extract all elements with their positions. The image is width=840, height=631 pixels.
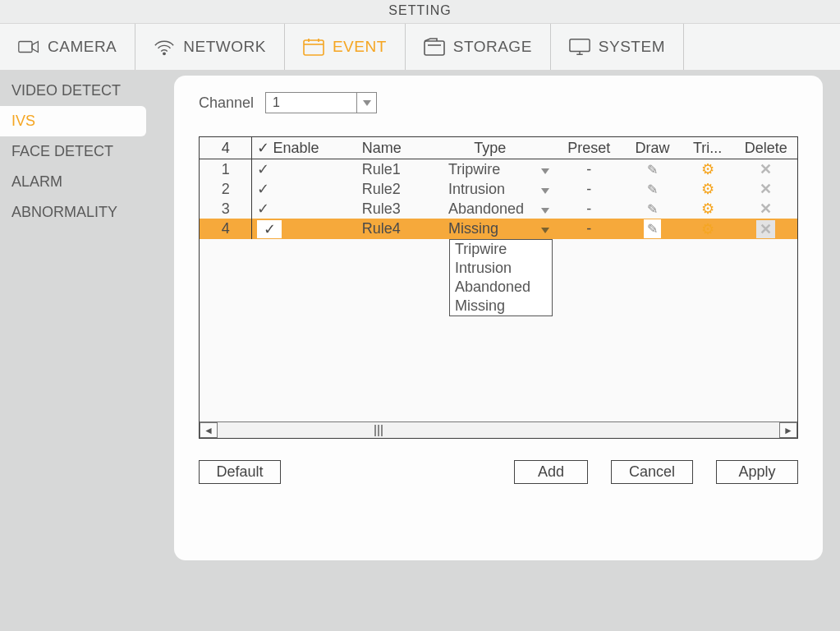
tab-camera[interactable]: CAMERA xyxy=(0,24,135,70)
tab-storage-label: STORAGE xyxy=(453,38,532,56)
check-icon: ✓ xyxy=(264,220,275,238)
row-enable[interactable]: ✓ xyxy=(252,159,357,180)
row-delete[interactable]: ✕ xyxy=(735,199,797,219)
row-preset: - xyxy=(553,159,625,180)
chevron-down-icon xyxy=(541,188,549,194)
chevron-down-icon xyxy=(541,228,549,233)
tab-network-label: NETWORK xyxy=(183,38,266,56)
tab-system[interactable]: SYSTEM xyxy=(551,24,684,70)
tab-camera-label: CAMERA xyxy=(48,38,117,56)
cancel-button[interactable]: Cancel xyxy=(611,460,693,484)
row-type-dropdown[interactable] xyxy=(536,199,553,219)
gear-icon: ⚙ xyxy=(701,221,714,237)
sidebar-item-alarm[interactable]: ALARM xyxy=(0,167,154,197)
row-draw[interactable]: ✎ xyxy=(625,199,681,219)
table-row[interactable]: 2 ✓ Rule2 Intrusion - ✎ ⚙ ✕ xyxy=(200,179,797,199)
row-trigger[interactable]: ⚙ xyxy=(681,159,735,180)
row-enable[interactable]: ✓ xyxy=(252,199,357,219)
close-icon: ✕ xyxy=(760,221,772,237)
scroll-right-button[interactable]: ► xyxy=(779,422,797,438)
rules-table: 4 ✓ Enable Name Type Preset Draw Tri... … xyxy=(200,137,797,239)
top-tabs: CAMERA NETWORK EVENT STORAGE SYSTEM xyxy=(0,23,840,71)
row-enable[interactable]: ✓ xyxy=(252,179,357,199)
channel-label: Channel xyxy=(199,94,254,112)
pencil-icon: ✎ xyxy=(647,163,658,177)
row-preset: - xyxy=(553,179,625,199)
row-index: 2 xyxy=(200,179,252,199)
sidebar-item-ivs[interactable]: IVS xyxy=(0,106,146,136)
table-row[interactable]: 3 ✓ Rule3 Abandoned - ✎ ⚙ ✕ xyxy=(200,199,797,219)
type-option-abandoned[interactable]: Abandoned xyxy=(450,278,552,297)
row-preset: - xyxy=(553,199,625,219)
pencil-icon: ✎ xyxy=(647,182,658,196)
svg-rect-6 xyxy=(425,41,444,55)
svg-rect-0 xyxy=(19,42,32,53)
gear-icon: ⚙ xyxy=(701,161,714,177)
row-name: Rule2 xyxy=(357,179,443,199)
row-delete[interactable]: ✕ xyxy=(735,159,797,180)
scroll-grip-icon xyxy=(374,424,387,435)
col-draw[interactable]: Draw xyxy=(625,137,681,159)
sidebar-item-video-detect[interactable]: VIDEO DETECT xyxy=(0,76,154,106)
row-enable[interactable]: ✓ xyxy=(252,219,357,239)
scroll-left-button[interactable]: ◄ xyxy=(200,422,218,438)
row-name: Rule4 xyxy=(357,219,443,239)
row-draw[interactable]: ✎ xyxy=(625,159,681,180)
row-type: Tripwire xyxy=(443,159,536,180)
svg-point-1 xyxy=(163,53,165,54)
pencil-icon: ✎ xyxy=(647,222,658,236)
col-type-dd xyxy=(536,137,553,159)
storage-icon xyxy=(424,38,445,56)
sidebar-item-abnormality[interactable]: ABNORMALITY xyxy=(0,197,154,228)
close-icon: ✕ xyxy=(760,181,772,197)
row-type-dropdown[interactable] xyxy=(536,179,553,199)
row-draw[interactable]: ✎ xyxy=(625,219,681,239)
calendar-icon xyxy=(303,38,324,56)
close-icon: ✕ xyxy=(760,200,772,217)
row-draw[interactable]: ✎ xyxy=(625,179,681,199)
table-row[interactable]: 4 ✓ Rule4 Missing - ✎ ⚙ ✕ xyxy=(200,219,797,239)
type-option-missing[interactable]: Missing xyxy=(450,297,552,316)
col-name[interactable]: Name xyxy=(357,137,443,159)
chevron-down-icon xyxy=(541,208,549,214)
row-index: 1 xyxy=(200,159,252,180)
col-enable[interactable]: ✓ Enable xyxy=(252,137,357,159)
row-trigger[interactable]: ⚙ xyxy=(681,199,735,219)
sidebar-item-face-detect[interactable]: FACE DETECT xyxy=(0,136,154,167)
row-preset: - xyxy=(553,219,625,239)
row-delete[interactable]: ✕ xyxy=(735,179,797,199)
channel-select[interactable]: 1 xyxy=(265,92,377,113)
col-trigger[interactable]: Tri... xyxy=(681,137,735,159)
tab-network[interactable]: NETWORK xyxy=(135,24,285,70)
tab-event-label: EVENT xyxy=(333,38,387,56)
tab-storage[interactable]: STORAGE xyxy=(406,24,551,70)
svg-rect-8 xyxy=(570,39,590,52)
col-count: 4 xyxy=(200,137,252,159)
window-title: SETTING xyxy=(0,0,840,23)
row-trigger[interactable]: ⚙ xyxy=(681,179,735,199)
col-preset[interactable]: Preset xyxy=(553,137,625,159)
row-delete[interactable]: ✕ xyxy=(735,219,797,239)
gear-icon: ⚙ xyxy=(701,181,714,197)
default-button[interactable]: Default xyxy=(199,460,281,484)
row-trigger[interactable]: ⚙ xyxy=(681,219,735,239)
add-button[interactable]: Add xyxy=(514,460,588,484)
col-delete[interactable]: Delete xyxy=(735,137,797,159)
row-type: Intrusion xyxy=(443,179,536,199)
col-type[interactable]: Type xyxy=(443,137,536,159)
type-dropdown-menu[interactable]: Tripwire Intrusion Abandoned Missing xyxy=(449,239,553,316)
type-option-tripwire[interactable]: Tripwire xyxy=(450,240,552,259)
horizontal-scrollbar[interactable]: ◄ ► xyxy=(200,421,797,438)
apply-button[interactable]: Apply xyxy=(716,460,798,484)
scroll-track[interactable] xyxy=(218,422,779,438)
tab-event[interactable]: EVENT xyxy=(285,24,406,70)
row-type-dropdown[interactable] xyxy=(536,219,553,239)
camera-icon xyxy=(18,38,39,56)
row-type-dropdown[interactable] xyxy=(536,159,553,180)
tab-system-label: SYSTEM xyxy=(599,38,665,56)
chevron-down-icon xyxy=(541,168,549,174)
row-index: 4 xyxy=(200,219,252,239)
rules-table-container: 4 ✓ Enable Name Type Preset Draw Tri... … xyxy=(199,136,798,439)
table-row[interactable]: 1 ✓ Rule1 Tripwire - ✎ ⚙ ✕ xyxy=(200,159,797,180)
type-option-intrusion[interactable]: Intrusion xyxy=(450,259,552,278)
